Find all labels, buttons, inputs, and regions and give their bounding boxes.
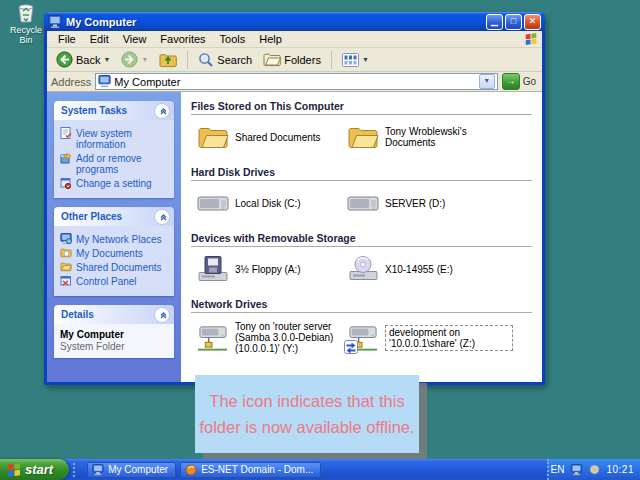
maximize-button[interactable]: □ — [505, 14, 522, 30]
floppy-drive-icon — [197, 255, 229, 282]
forward-button[interactable]: ▼ — [117, 50, 152, 69]
item-cd-drive-e[interactable]: X10-14955 (E:) — [347, 255, 532, 283]
group-header: Files Stored on This Computer — [191, 97, 532, 115]
collapse-button[interactable] — [154, 209, 170, 225]
recycle-bin-icon — [14, 2, 38, 24]
folders-button[interactable]: Folders — [259, 51, 325, 68]
menu-item-help[interactable]: Help — [252, 33, 289, 45]
item-floppy-a[interactable]: 3½ Floppy (A:) — [197, 255, 347, 283]
add-remove-programs-icon — [60, 152, 72, 164]
address-bar: Address My Computer ▼ → Go — [47, 72, 542, 92]
quick-launch-separator — [73, 463, 81, 477]
menu-item-favorites[interactable]: Favorites — [153, 33, 212, 45]
item-network-drive-z-offline[interactable]: development on '10.0.0.1\share' (Z:) — [347, 324, 532, 352]
sidebar-item-control-panel[interactable]: Control Panel — [60, 276, 170, 287]
item-server-d[interactable]: SERVER (D:) — [347, 189, 532, 217]
sidebar-item-label: Control Panel — [76, 276, 137, 287]
back-icon — [56, 51, 73, 68]
back-dropdown-caret[interactable]: ▼ — [103, 56, 110, 63]
sidebar-item-label: Add or remove programs — [76, 153, 170, 175]
item-shared-documents[interactable]: Shared Documents — [197, 123, 347, 151]
item-label: Local Disk (C:) — [235, 198, 301, 209]
chevron-up-icon — [157, 105, 168, 116]
collapse-button[interactable] — [154, 103, 170, 119]
tray-sync-icon[interactable] — [589, 464, 600, 475]
sidebar-item-label: View system information — [76, 128, 170, 150]
collapse-button[interactable] — [154, 307, 170, 323]
desktop: Recycle Bin My Computer ▁ □ ✕ File Edit … — [0, 0, 640, 480]
item-tony-wroblewskis-documents[interactable]: Tony Wroblewski's Documents — [347, 123, 532, 151]
system-tasks-header[interactable]: System Tasks — [54, 101, 174, 120]
minimize-button[interactable]: ▁ — [486, 14, 503, 30]
network-drive-icon — [197, 324, 229, 352]
language-indicator[interactable]: EN — [551, 464, 565, 475]
task-pane-sidebar: System Tasks View system info — [47, 92, 181, 382]
menu-item-view[interactable]: View — [116, 33, 154, 45]
task-button-es-net-domain[interactable]: ES-NET Domain - Dom... — [180, 462, 321, 478]
taskbar: start My Computer ES-NET Domain - Dom...… — [0, 459, 640, 480]
close-button[interactable]: ✕ — [524, 14, 541, 30]
up-folder-icon — [159, 52, 177, 68]
panel-system-tasks: System Tasks View system info — [54, 101, 174, 198]
other-places-header[interactable]: Other Places — [54, 207, 174, 226]
network-places-icon — [60, 233, 72, 245]
views-dropdown-caret[interactable]: ▼ — [362, 56, 369, 63]
sidebar-item-label: Shared Documents — [76, 262, 162, 273]
my-computer-window: My Computer ▁ □ ✕ File Edit View Favorit… — [44, 12, 545, 385]
group-removable-storage: Devices with Removable Storage 3½ Floppy… — [191, 229, 532, 292]
sidebar-item-shared-documents[interactable]: Shared Documents — [60, 262, 170, 273]
group-header: Hard Disk Drives — [191, 163, 532, 181]
sidebar-item-view-system-information[interactable]: View system information — [60, 128, 170, 150]
go-button[interactable]: → Go — [502, 73, 538, 90]
details-header[interactable]: Details — [54, 305, 174, 324]
menu-item-tools[interactable]: Tools — [213, 33, 253, 45]
search-button[interactable]: Search — [194, 51, 256, 69]
item-local-disk-c[interactable]: Local Disk (C:) — [197, 189, 347, 217]
my-computer-window-icon — [48, 15, 62, 29]
item-label: Shared Documents — [235, 132, 321, 143]
task-button-my-computer[interactable]: My Computer — [87, 462, 176, 478]
task-label: ES-NET Domain - Dom... — [201, 464, 313, 475]
toolbar: Back ▼ ▼ — [47, 48, 542, 72]
sidebar-item-label: My Network Places — [76, 234, 162, 245]
folders-label: Folders — [284, 54, 321, 66]
address-dropdown-button[interactable]: ▼ — [479, 74, 495, 89]
address-combo[interactable]: My Computer ▼ — [95, 73, 497, 90]
group-network-drives: Network Drives Tony on 'router server (S… — [191, 295, 532, 363]
sidebar-item-my-network-places[interactable]: My Network Places — [60, 234, 170, 245]
item-label: 3½ Floppy (A:) — [235, 264, 301, 275]
address-computer-icon — [98, 75, 111, 88]
sidebar-item-label: My Documents — [76, 248, 143, 259]
hard-disk-icon — [347, 189, 379, 215]
up-button[interactable] — [155, 51, 181, 69]
item-label: X10-14955 (E:) — [385, 264, 453, 275]
tray-network-icon[interactable] — [570, 464, 583, 476]
cd-drive-icon — [347, 255, 379, 282]
item-network-drive-y[interactable]: Tony on 'router server (Samba 3.0.0-Debi… — [197, 321, 347, 354]
details-item-name: My Computer — [60, 329, 170, 340]
sidebar-item-my-documents[interactable]: My Documents — [60, 248, 170, 259]
start-button[interactable]: start — [0, 459, 69, 480]
callout-caption: The icon indicates that this folder is n… — [195, 375, 419, 453]
menu-item-file[interactable]: File — [51, 33, 83, 45]
windows-flag-icon — [7, 462, 21, 478]
sidebar-item-change-a-setting[interactable]: Change a setting — [60, 178, 170, 189]
forward-dropdown-caret: ▼ — [141, 56, 148, 63]
group-header: Devices with Removable Storage — [191, 229, 532, 247]
start-label: start — [25, 462, 53, 477]
window-titlebar[interactable]: My Computer ▁ □ ✕ — [44, 12, 545, 31]
other-places-title: Other Places — [61, 211, 122, 222]
taskbar-clock[interactable]: 10:21 — [606, 464, 634, 475]
views-button[interactable]: ▼ — [338, 52, 373, 68]
sidebar-item-add-or-remove-programs[interactable]: Add or remove programs — [60, 153, 170, 175]
windows-logo-icon — [524, 32, 538, 46]
sidebar-item-label: Change a setting — [76, 178, 152, 189]
go-arrow-icon: → — [502, 73, 520, 90]
search-label: Search — [217, 54, 252, 66]
menu-item-edit[interactable]: Edit — [83, 33, 116, 45]
folder-content-view: Files Stored on This Computer Shared Doc… — [181, 92, 542, 382]
recycle-bin-desktop-icon[interactable]: Recycle Bin — [4, 2, 48, 45]
back-button[interactable]: Back ▼ — [52, 50, 114, 69]
system-tasks-title: System Tasks — [61, 105, 127, 116]
system-tray: EN 10:21 — [547, 459, 640, 480]
